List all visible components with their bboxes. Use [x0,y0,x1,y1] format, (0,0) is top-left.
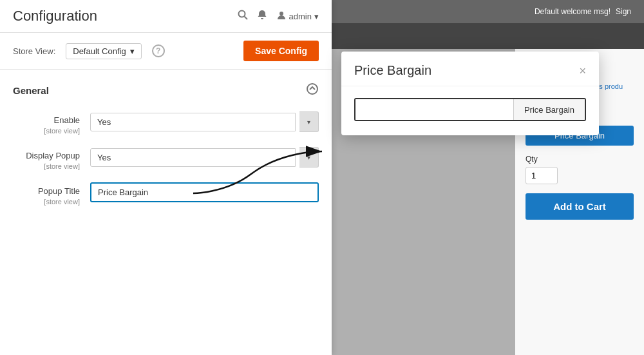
store-view-label: Store View: [13,46,55,56]
enable-label: Enable [store view] [13,111,90,135]
help-icon[interactable]: ? [152,44,165,57]
price-bargain-modal: Price Bargain × Price Bargain [341,52,599,135]
store-view-arrow-icon: ▾ [130,46,135,56]
admin-toolbar: Store View: Default Config ▾ ? Save Conf… [0,33,332,70]
display-popup-field-row: Display Popup [store view] Yes No ▾ [13,147,319,171]
display-popup-label: Display Popup [store view] [13,147,90,171]
enable-field-row: Enable [store view] Yes No ▾ [13,111,319,135]
modal-header: Price Bargain × [341,52,599,86]
enable-control: Yes No ▾ [90,111,319,132]
save-config-button[interactable]: Save Config [243,41,319,61]
popup-title-label: Popup Title [store view] [13,182,90,206]
enable-select-wrapper: Yes No [90,113,296,131]
page-title: Configuration [13,8,97,24]
admin-username: admin [289,12,312,21]
svg-point-0 [238,11,245,17]
modal-title: Price Bargain [354,63,431,78]
store-view-value: Default Config [73,46,126,56]
enable-select-arrow[interactable]: ▾ [299,111,319,132]
enable-select[interactable]: Yes No [90,113,296,131]
modal-price-input[interactable] [355,99,513,120]
svg-point-3 [307,84,317,94]
display-popup-control: Yes No ▾ [90,147,319,168]
popup-title-field-row: Popup Title [store view] [13,182,319,206]
popup-title-control [90,182,319,202]
qty-label: Qty [526,155,634,164]
user-dropdown-icon: ▾ [314,12,319,21]
bell-icon[interactable] [257,10,267,23]
admin-panel: Configuration adm [0,0,332,355]
section-header: General [13,82,319,99]
admin-content: General Enable [store view] Yes No [0,70,332,231]
search-icon[interactable] [238,10,248,23]
store-view-selector[interactable]: Default Config ▾ [66,43,141,59]
svg-point-2 [279,12,283,15]
welcome-message: Default welcome msg! [535,7,611,16]
modal-close-button[interactable]: × [579,65,586,77]
popup-title-input[interactable] [90,182,319,202]
display-popup-select-wrapper: Yes No [90,148,296,167]
user-icon [276,10,287,23]
header-icons: admin ▾ [238,10,319,23]
add-to-cart-button[interactable]: Add to Cart [526,193,634,220]
modal-bargain-button[interactable]: Price Bargain [513,99,585,120]
modal-body: Price Bargain [341,86,599,135]
display-popup-select-arrow[interactable]: ▾ [299,147,319,168]
modal-input-row: Price Bargain [354,98,586,121]
collapse-icon[interactable] [306,82,319,99]
qty-input[interactable] [526,167,558,184]
display-popup-select[interactable]: Yes No [90,148,296,167]
section-title: General [13,85,49,96]
sign-in-link[interactable]: Sign [616,7,631,16]
svg-line-1 [244,17,247,20]
admin-user-menu[interactable]: admin ▾ [276,10,319,23]
admin-header: Configuration adm [0,0,332,33]
